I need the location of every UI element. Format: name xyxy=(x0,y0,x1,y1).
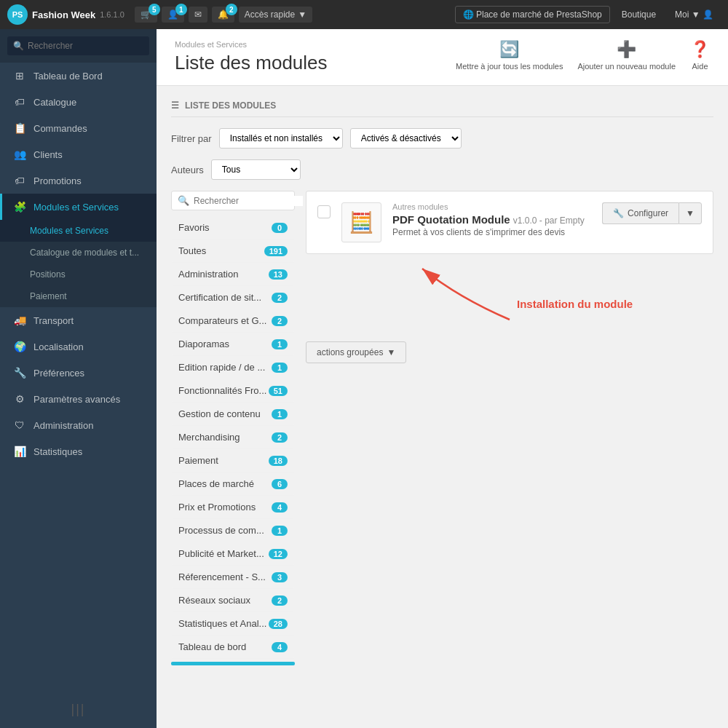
sidebar-item-statistiques[interactable]: 📊 Statistiques xyxy=(0,438,157,464)
notification-button[interactable]: 🔔 2 xyxy=(212,7,234,23)
cat-statistiques-label: Statistiques et Anal... xyxy=(178,618,266,629)
module-icon: 🧮 xyxy=(349,210,374,234)
cat-paiement-label: Paiement xyxy=(178,455,218,466)
main-content: Modules et Services Liste des modules 🔄 … xyxy=(157,29,728,728)
cat-administration-label: Administration xyxy=(178,269,238,280)
category-search-input[interactable] xyxy=(194,196,303,206)
configure-dropdown-button[interactable]: ▼ xyxy=(678,202,702,224)
sidebar-item-preferences[interactable]: 🔧 Préférences xyxy=(0,360,157,386)
cat-certification[interactable]: Certification de sit... 2 xyxy=(171,286,295,309)
cat-tableau[interactable]: Tableau de bord 4 xyxy=(171,636,295,659)
module-actions: 🔧 Configurer ▼ xyxy=(602,202,702,224)
sidebar-collapse-bars[interactable]: ||| xyxy=(11,702,146,717)
module-card: 🧮 Autres modules PDF Quotation Module v1… xyxy=(306,191,713,254)
cat-reseaux[interactable]: Réseaux sociaux 2 xyxy=(171,589,295,612)
sidebar-item-modules[interactable]: 🧩 Modules et Services xyxy=(0,194,157,220)
sidebar-item-administration[interactable]: 🛡 Administration xyxy=(0,412,157,438)
sidebar-item-promotions[interactable]: 🏷 Promotions xyxy=(0,167,157,194)
cat-favoris[interactable]: Favoris 0 xyxy=(171,216,295,240)
cat-fonctionnalites[interactable]: Fonctionnalités Fro... 51 xyxy=(171,379,295,403)
cat-prix[interactable]: Prix et Promotions 4 xyxy=(171,496,295,519)
cat-referencement-label: Réferencement - S... xyxy=(178,571,266,582)
cat-comparateurs[interactable]: Comparateurs et G... 2 xyxy=(171,309,295,333)
cat-prix-badge: 4 xyxy=(272,502,288,513)
sidebar-item-label: Catalogue xyxy=(33,97,76,108)
cat-edition[interactable]: Edition rapide / de ... 1 xyxy=(171,356,295,379)
sidebar-sub-paiement[interactable]: Paiement xyxy=(0,285,157,307)
logo-icon: PS xyxy=(7,4,28,25)
cat-administration[interactable]: Administration 13 xyxy=(171,263,295,286)
cat-favoris-badge: 0 xyxy=(272,223,288,233)
auteurs-label: Auteurs xyxy=(171,165,204,175)
sidebar-item-clients[interactable]: 👥 Clients xyxy=(0,141,157,167)
category-list: 🔍 Favoris 0 Toutes 191 Administration 13 xyxy=(171,191,295,665)
cat-processus-badge: 1 xyxy=(272,526,288,536)
sidebar-sub-modules-services[interactable]: Modules et Services xyxy=(0,220,157,242)
page-header-left: Modules et Services Liste des modules xyxy=(175,40,328,74)
cat-publicite-label: Publicité et Market... xyxy=(178,548,264,559)
actions-groupees-button[interactable]: actions groupées ▼ xyxy=(306,341,406,363)
logo-area: PS Fashion Week 1.6.1.0 xyxy=(7,4,124,25)
filter-status-select[interactable]: Activés & désactivés Activés Désactivés xyxy=(350,128,462,149)
user-button[interactable]: 👤 1 xyxy=(162,7,184,23)
sidebar: 🔍 ⊞ Tableau de Bord 🏷 Catalogue 📋 Comman… xyxy=(0,29,157,728)
module-name: PDF Quotation Module v1.0.0 - par Empty xyxy=(392,213,591,226)
help-label: Aide xyxy=(692,62,708,71)
help-button[interactable]: ❓ Aide xyxy=(690,40,710,71)
cat-toutes-label: Toutes xyxy=(178,245,206,256)
sidebar-item-commandes[interactable]: 📋 Commandes xyxy=(0,115,157,141)
boutique-button[interactable]: Boutique xyxy=(614,7,663,23)
sidebar-item-label: Préférences xyxy=(33,368,84,379)
administration-icon: 🛡 xyxy=(13,419,26,431)
cat-toutes[interactable]: Toutes 191 xyxy=(171,240,295,263)
auteurs-select[interactable]: Tous PrestaShop Partenaires xyxy=(211,159,301,180)
clients-icon: 👥 xyxy=(13,149,26,160)
marketplace-button[interactable]: 🌐 Place de marché de PrestaShop xyxy=(455,6,610,23)
cat-paiement[interactable]: Paiement 18 xyxy=(171,449,295,472)
sidebar-item-parametres[interactable]: ⚙ Paramètres avancés xyxy=(0,386,157,412)
notification-badge: 2 xyxy=(226,4,237,15)
update-label: Mettre à jour tous les modules xyxy=(456,62,563,71)
sidebar-sub-catalogue[interactable]: Catalogue de modules et t... xyxy=(0,242,157,264)
two-column-layout: 🔍 Favoris 0 Toutes 191 Administration 13 xyxy=(171,191,713,665)
cart-button[interactable]: 🛒 5 xyxy=(135,7,157,23)
cat-places[interactable]: Places de marché 6 xyxy=(171,472,295,496)
cat-fonctionnalites-badge: 51 xyxy=(269,386,288,396)
cat-administration-badge: 13 xyxy=(269,269,288,280)
preferences-icon: 🔧 xyxy=(13,367,26,379)
help-icon: ❓ xyxy=(690,40,710,59)
module-checkbox[interactable] xyxy=(317,205,331,218)
cat-reseaux-badge: 2 xyxy=(272,596,288,606)
sidebar-item-transport[interactable]: 🚚 Transport xyxy=(0,307,157,333)
cat-publicite[interactable]: Publicité et Market... 12 xyxy=(171,542,295,566)
cat-merchandising[interactable]: Merchandising 2 xyxy=(171,426,295,449)
sidebar-item-catalogue[interactable]: 🏷 Catalogue xyxy=(0,89,157,115)
mail-button[interactable]: ✉ xyxy=(189,7,207,23)
sidebar-sub-positions[interactable]: Positions xyxy=(0,264,157,285)
module-version: v1.0.0 - par Empty xyxy=(513,215,585,226)
section-title: ☰ LISTE DES MODULES xyxy=(171,100,713,117)
cat-gestion[interactable]: Gestion de contenu 1 xyxy=(171,403,295,426)
parametres-icon: ⚙ xyxy=(13,393,26,405)
page-header-actions: 🔄 Mettre à jour tous les modules ➕ Ajout… xyxy=(456,40,710,71)
sidebar-item-localisation[interactable]: 🌍 Localisation xyxy=(0,333,157,360)
update-all-modules-button[interactable]: 🔄 Mettre à jour tous les modules xyxy=(456,40,563,71)
sidebar-item-label: Transport xyxy=(33,315,74,326)
filter-install-select[interactable]: Installés et non installés Installés Non… xyxy=(219,128,343,149)
cat-referencement[interactable]: Réferencement - S... 3 xyxy=(171,566,295,589)
acces-rapide-button[interactable]: Accès rapide ▼ xyxy=(239,7,312,23)
cat-statistiques[interactable]: Statistiques et Anal... 28 xyxy=(171,612,295,636)
configure-label: Configurer xyxy=(628,208,668,218)
add-module-button[interactable]: ➕ Ajouter un nouveau module xyxy=(577,40,676,71)
module-icon-box: 🧮 xyxy=(341,202,381,242)
sidebar-item-label: Clients xyxy=(33,149,63,160)
cat-processus[interactable]: Processus de com... 1 xyxy=(171,519,295,542)
configure-button[interactable]: 🔧 Configurer xyxy=(602,202,678,224)
auteurs-bar: Auteurs Tous PrestaShop Partenaires xyxy=(171,159,713,180)
cat-diaporamas[interactable]: Diaporamas 1 xyxy=(171,333,295,356)
moi-button[interactable]: Moi ▼ 👤 xyxy=(668,7,721,23)
sidebar-item-tableau[interactable]: ⊞ Tableau de Bord xyxy=(0,63,157,89)
cat-paiement-badge: 18 xyxy=(269,456,288,466)
sidebar-search-input[interactable] xyxy=(7,36,149,55)
cat-search-icon: 🔍 xyxy=(178,195,189,206)
